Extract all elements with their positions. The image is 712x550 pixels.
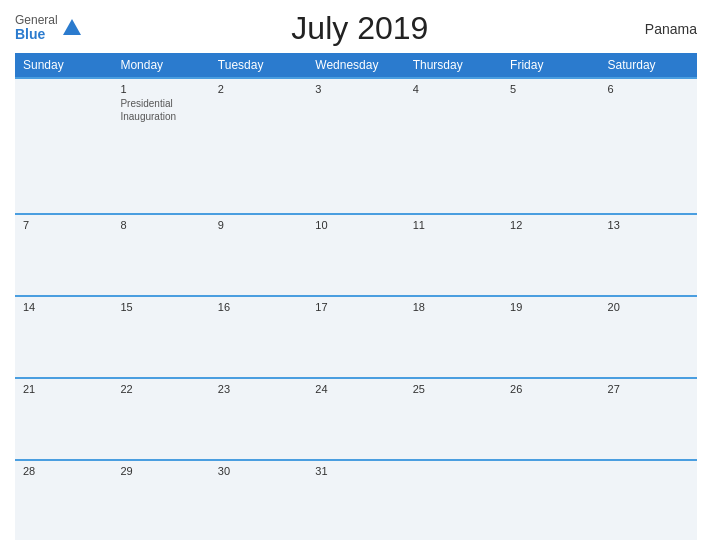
day-number: 5: [510, 83, 591, 95]
day-number: 26: [510, 383, 591, 395]
calendar-body: 1Presidential Inauguration23456789101112…: [15, 78, 697, 540]
day-cell: 30: [210, 460, 307, 540]
day-cell: 31: [307, 460, 404, 540]
day-number: 19: [510, 301, 591, 313]
day-number: 29: [120, 465, 201, 477]
day-cell: 6: [600, 78, 697, 214]
day-cell: 14: [15, 296, 112, 378]
logo-blue-text: Blue: [15, 27, 58, 42]
col-sunday: Sunday: [15, 53, 112, 78]
day-number: 27: [608, 383, 689, 395]
col-monday: Monday: [112, 53, 209, 78]
day-number: 23: [218, 383, 299, 395]
day-number: 31: [315, 465, 396, 477]
calendar-title: July 2019: [83, 10, 637, 47]
day-cell: 3: [307, 78, 404, 214]
day-cell: 18: [405, 296, 502, 378]
day-cell: 25: [405, 378, 502, 460]
day-cell: 2: [210, 78, 307, 214]
column-header-row: Sunday Monday Tuesday Wednesday Thursday…: [15, 53, 697, 78]
day-cell: 26: [502, 378, 599, 460]
col-tuesday: Tuesday: [210, 53, 307, 78]
day-cell: 12: [502, 214, 599, 296]
logo: General Blue: [15, 14, 83, 43]
week-row-5: 28293031: [15, 460, 697, 540]
country-label: Panama: [637, 21, 697, 37]
event-label: Presidential Inauguration: [120, 97, 201, 123]
day-cell: [15, 78, 112, 214]
day-cell: 28: [15, 460, 112, 540]
day-cell: 20: [600, 296, 697, 378]
day-number: 17: [315, 301, 396, 313]
day-cell: [502, 460, 599, 540]
week-row-4: 21222324252627: [15, 378, 697, 460]
day-number: 15: [120, 301, 201, 313]
week-row-2: 78910111213: [15, 214, 697, 296]
day-cell: 17: [307, 296, 404, 378]
day-cell: 29: [112, 460, 209, 540]
day-number: 6: [608, 83, 689, 95]
day-number: 11: [413, 219, 494, 231]
day-number: 4: [413, 83, 494, 95]
day-cell: 11: [405, 214, 502, 296]
day-cell: 8: [112, 214, 209, 296]
day-cell: 22: [112, 378, 209, 460]
day-number: 21: [23, 383, 104, 395]
logo-icon: [61, 17, 83, 39]
day-number: 20: [608, 301, 689, 313]
day-number: 8: [120, 219, 201, 231]
day-cell: 21: [15, 378, 112, 460]
day-cell: 27: [600, 378, 697, 460]
day-cell: 24: [307, 378, 404, 460]
day-number: 3: [315, 83, 396, 95]
col-friday: Friday: [502, 53, 599, 78]
day-number: 2: [218, 83, 299, 95]
svg-marker-0: [63, 19, 81, 35]
day-cell: 5: [502, 78, 599, 214]
day-cell: 19: [502, 296, 599, 378]
day-number: 13: [608, 219, 689, 231]
col-wednesday: Wednesday: [307, 53, 404, 78]
day-cell: 9: [210, 214, 307, 296]
week-row-3: 14151617181920: [15, 296, 697, 378]
day-cell: [405, 460, 502, 540]
day-cell: [600, 460, 697, 540]
day-number: 24: [315, 383, 396, 395]
col-thursday: Thursday: [405, 53, 502, 78]
day-number: 7: [23, 219, 104, 231]
day-cell: 7: [15, 214, 112, 296]
day-number: 1: [120, 83, 201, 95]
day-number: 18: [413, 301, 494, 313]
day-cell: 10: [307, 214, 404, 296]
calendar-table: Sunday Monday Tuesday Wednesday Thursday…: [15, 53, 697, 540]
day-cell: 16: [210, 296, 307, 378]
day-cell: 15: [112, 296, 209, 378]
day-number: 10: [315, 219, 396, 231]
calendar-header: General Blue July 2019 Panama: [15, 10, 697, 47]
day-number: 22: [120, 383, 201, 395]
day-number: 30: [218, 465, 299, 477]
week-row-1: 1Presidential Inauguration23456: [15, 78, 697, 214]
day-cell: 4: [405, 78, 502, 214]
day-number: 12: [510, 219, 591, 231]
day-number: 14: [23, 301, 104, 313]
col-saturday: Saturday: [600, 53, 697, 78]
day-cell: 13: [600, 214, 697, 296]
day-number: 9: [218, 219, 299, 231]
day-cell: 1Presidential Inauguration: [112, 78, 209, 214]
day-cell: 23: [210, 378, 307, 460]
day-number: 25: [413, 383, 494, 395]
day-number: 28: [23, 465, 104, 477]
day-number: 16: [218, 301, 299, 313]
